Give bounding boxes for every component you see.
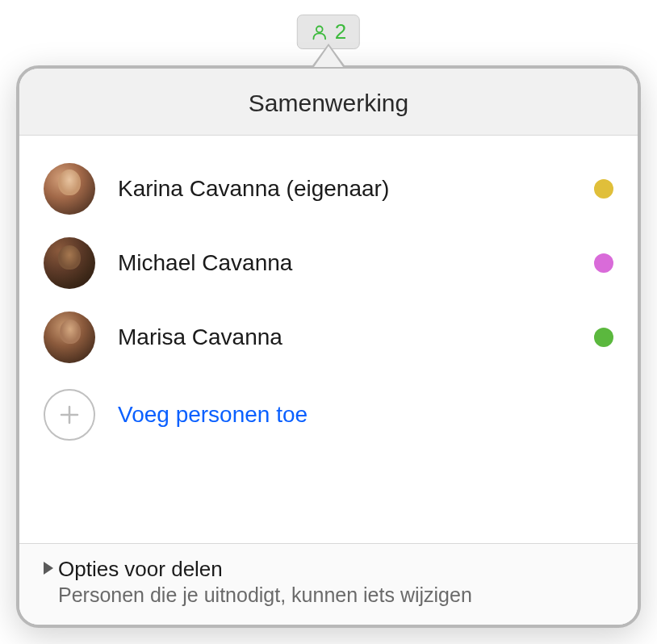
disclosure-triangle-icon [44,562,53,575]
avatar [44,163,95,215]
participants-list: Karina Cavanna (eigenaar) Michael Cavann… [19,136,638,543]
popover-title: Samenwerking [19,90,638,117]
participant-row[interactable]: Marisa Cavanna [44,300,613,374]
presence-dot [594,328,613,347]
participant-name: Karina Cavanna (eigenaar) [118,176,571,202]
add-people-button[interactable]: Voeg personen toe [44,374,613,460]
participant-name: Marisa Cavanna [118,324,571,350]
popover-arrow [314,46,343,67]
collaboration-count: 2 [335,19,346,44]
avatar [44,237,95,289]
sharing-options-title: Opties voor delen [58,557,472,582]
sharing-options-section: Opties voor delen Personen die je uitnod… [19,543,638,625]
person-icon [311,23,328,41]
collaboration-popover: Samenwerking Karina Cavanna (eigenaar) M… [16,65,641,628]
popover-header: Samenwerking [19,69,638,136]
sharing-options-subtitle: Personen die je uitnodigt, kunnen iets w… [58,583,472,607]
avatar [44,312,95,363]
sharing-options-text: Opties voor delen Personen die je uitnod… [58,557,472,607]
participant-name: Michael Cavanna [118,250,571,276]
plus-icon [44,389,95,441]
svg-point-0 [316,26,323,32]
add-people-label: Voeg personen toe [118,402,308,428]
presence-dot [594,179,613,199]
participant-row[interactable]: Michael Cavanna [44,226,613,300]
presence-dot [594,253,613,273]
sharing-options-toggle[interactable]: Opties voor delen Personen die je uitnod… [44,557,613,607]
participant-row[interactable]: Karina Cavanna (eigenaar) [44,152,613,226]
